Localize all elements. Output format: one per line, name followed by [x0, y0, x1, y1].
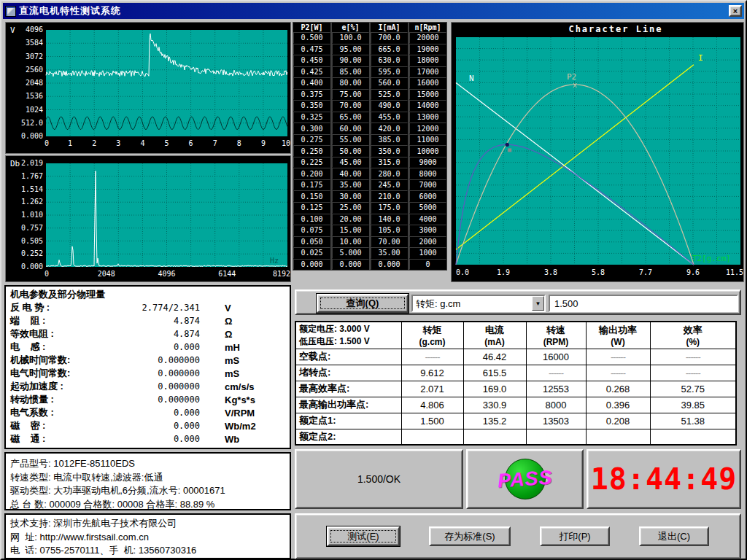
chevron-down-icon[interactable]: ▼ — [532, 296, 544, 311]
svg-text:4096: 4096 — [26, 26, 43, 34]
svg-text:1024: 1024 — [26, 106, 43, 114]
svg-text:7.7: 7.7 — [639, 268, 652, 276]
scale-tick: 210.0 — [371, 190, 408, 202]
params-rows: 反 电 势 :2.774/2.341V端 阻 :4.874Ω等效电阻 :4.87… — [10, 301, 285, 446]
svg-text:2: 2 — [92, 139, 96, 147]
svg-text:0.000: 0.000 — [21, 132, 43, 140]
torque-unit-dropdown[interactable]: 转矩: g.cm ▼ — [411, 295, 546, 312]
scale-tick: 0.375 — [293, 89, 330, 101]
torque-value-input[interactable] — [549, 295, 738, 312]
table-cell — [463, 429, 526, 445]
scale-tick: 100.0 — [332, 32, 369, 44]
param-unit: mH — [225, 342, 240, 353]
test-button[interactable]: 测试(E) — [327, 526, 400, 546]
table-header-row: 额定电压: 3.000 V低压电压: 1.500 V转矩(g.cm)电流(mA)… — [295, 322, 736, 349]
row-header: 额定点2: — [295, 429, 401, 445]
svg-text:3072: 3072 — [26, 52, 43, 61]
scale-column: e[%]100.095.0090.0085.0080.0075.0070.006… — [331, 22, 370, 271]
table-cell: 46.42 — [463, 349, 526, 365]
svg-text:2560: 2560 — [26, 66, 43, 74]
svg-text:0: 0 — [44, 270, 49, 278]
scale-tick: 10.00 — [332, 236, 369, 248]
app-icon — [5, 6, 16, 17]
scale-tick: 0.475 — [293, 44, 330, 55]
svg-text:1.767: 1.767 — [21, 172, 43, 180]
table-row: 空载点:------46.4216000------------ — [295, 349, 736, 365]
scale-tick: 50.00 — [332, 145, 369, 157]
svg-text:1.514: 1.514 — [21, 185, 43, 193]
svg-text:1.9: 1.9 — [497, 268, 510, 276]
param-value: 4.874 — [121, 316, 200, 326]
scale-tick: 140.0 — [371, 214, 408, 225]
results-table-grid: 额定电压: 3.000 V低压电压: 1.500 V转矩(g.cm)电流(mA)… — [295, 321, 737, 446]
scale-tick: 490.0 — [371, 100, 408, 112]
close-button[interactable]: × — [729, 5, 742, 17]
param-row: 电 感 :0.000mH — [10, 341, 285, 354]
scale-tick: 30.00 — [332, 190, 369, 202]
print-button[interactable]: 打印(P) — [540, 526, 610, 546]
scale-tick: 9000 — [409, 157, 446, 168]
param-row: 机械时间常数:0.000000mS — [10, 354, 285, 367]
corner-line: 低压电压: 1.500 V — [299, 335, 400, 348]
table-row: 最高输出功率点:4.806330.980000.39639.85 — [295, 397, 736, 413]
scale-tick: 5.000 — [332, 247, 369, 259]
scale-tick: 7000 — [409, 179, 446, 191]
scale-tick: 40.00 — [332, 168, 369, 179]
scale-tick: 700.0 — [371, 32, 408, 44]
title-bar[interactable]: 直流电机特性测试系统 × — [3, 3, 744, 19]
svg-text:T2[g.cm]: T2[g.cm] — [692, 254, 731, 263]
svg-text:6: 6 — [189, 139, 193, 147]
scale-tick: 15000 — [409, 89, 446, 101]
scale-tick: 75.00 — [332, 89, 369, 101]
scale-tick: 350.0 — [371, 145, 408, 157]
param-label: 磁 密 : — [10, 419, 121, 432]
query-bar: 查询(Q) 转矩: g.cm ▼ — [295, 289, 741, 315]
scale-tick: 65.00 — [332, 112, 369, 123]
product-info-line: 转速类型: 电流中取转速,滤波器:低通 — [10, 471, 285, 485]
voltage-scope: V4096358430722560204815361024512.00.0000… — [5, 22, 291, 154]
svg-text:1.010: 1.010 — [21, 211, 43, 219]
scale-tick: 17000 — [409, 66, 446, 78]
test-result-text: 1.500/OK — [357, 473, 400, 485]
param-label: 机械时间常数: — [10, 354, 121, 367]
table-cell: 16000 — [526, 349, 586, 365]
param-label: 等效电阻 : — [10, 327, 121, 341]
row-header: 最高效率点: — [295, 381, 401, 397]
svg-text:3: 3 — [116, 139, 120, 147]
column-name: 电流 — [465, 324, 525, 337]
product-info-panel: 产品型号: 1012FE-85110EDS转速类型: 电流中取转速,滤波器:低通… — [4, 452, 291, 510]
svg-text:8192: 8192 — [273, 270, 290, 278]
table-cell: 330.9 — [463, 397, 526, 413]
column-header: 转速(RPM) — [526, 322, 586, 349]
param-value: 0.000 — [121, 342, 200, 352]
param-value: 4.874 — [121, 329, 200, 339]
scale-tick: 70.00 — [332, 100, 369, 112]
query-button[interactable]: 查询(Q) — [317, 294, 409, 313]
scale-tick: 560.0 — [371, 77, 408, 89]
param-value: 0.000000 — [121, 381, 200, 392]
scale-tick: 0.325 — [293, 112, 330, 123]
scale-tick: 0.225 — [293, 157, 330, 168]
table-cell: ------ — [586, 349, 650, 365]
scale-tick: 0.400 — [293, 77, 330, 89]
support-info-line: 电 话: 0755-2570111、手 机: 13560730316 — [10, 544, 285, 558]
svg-text:Character Line: Character Line — [568, 24, 662, 34]
column-name: 转速 — [528, 324, 584, 337]
scale-tick: 0.200 — [293, 168, 330, 179]
scale-tick: 0 — [409, 259, 446, 271]
svg-text:10: 10 — [282, 139, 290, 147]
digital-clock: 18:44:49 — [591, 462, 738, 496]
table-cell: 135.2 — [463, 413, 526, 429]
scale-tick: 0.350 — [293, 100, 330, 112]
param-unit: Ω — [225, 316, 232, 327]
exit-button[interactable]: 退出(C) — [639, 526, 709, 546]
save-as-standard-button[interactable]: 存为标准(S) — [429, 526, 511, 546]
column-unit: (%) — [652, 337, 735, 347]
param-row: 磁 密 :0.000Wb/m2 — [10, 419, 285, 432]
svg-text:512.0: 512.0 — [21, 119, 43, 127]
button-bar: 测试(E)存为标准(S)打印(P)退出(C) — [295, 513, 741, 559]
param-row: 等效电阻 :4.874Ω — [10, 327, 285, 341]
test-result-box: 1.500/OK — [295, 449, 463, 509]
scale-tick: 90.00 — [332, 55, 369, 66]
row-header: 最高输出功率点: — [295, 397, 401, 413]
